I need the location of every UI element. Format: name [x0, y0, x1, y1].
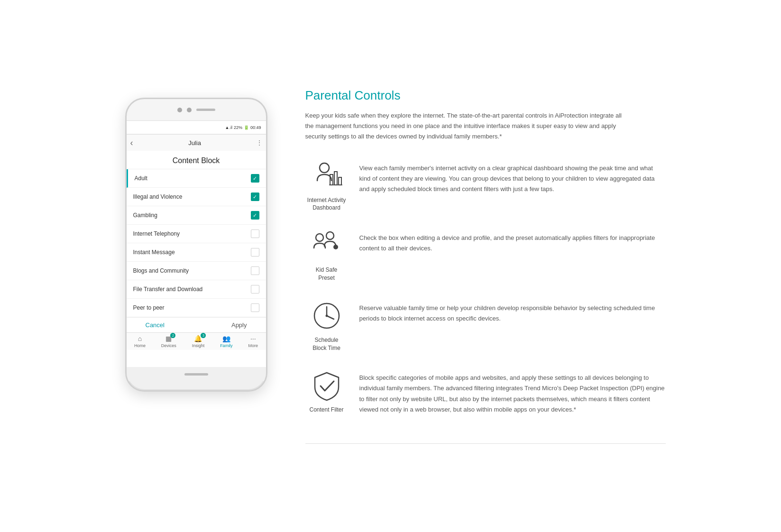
kid-safe-text: Check the box when editing a device and …: [359, 229, 666, 254]
features-list: Internet ActivityDashboard View each fam…: [305, 159, 666, 415]
section-description: Keep your kids safe when they explore th…: [305, 110, 628, 142]
checkbox-filetransfer[interactable]: [251, 285, 259, 294]
menu-item-telephony[interactable]: Internet Telephony: [127, 225, 266, 243]
feature-icon-wrap-schedule: ScheduleBlock Time: [305, 299, 348, 352]
cancel-button[interactable]: Cancel: [146, 321, 165, 329]
devices-icon-wrap: ▦ 2: [165, 335, 172, 342]
nav-more-label: More: [248, 343, 258, 348]
feature-item-internet-activity: Internet ActivityDashboard View each fam…: [305, 159, 666, 212]
menu-item-label: Adult: [135, 175, 147, 182]
insight-icon-wrap: 🔔 3: [194, 335, 202, 342]
menu-list: Adult Illegal and Violence Gambling Inte…: [127, 169, 266, 317]
content-filter-icon: [310, 369, 343, 402]
phone-status-bar: ▲.il 22% 🔋 00:49: [127, 121, 266, 134]
phone-wrapper: ▲.il 22% 🔋 00:49 ‹ Julia ⋮ Content Block: [116, 88, 277, 392]
home-icon: ⌂: [138, 335, 142, 342]
menu-item-label: Gambling: [133, 212, 157, 219]
nav-more[interactable]: ··· More: [248, 335, 258, 348]
menu-item-filetransfer[interactable]: File Transfer and Download: [127, 280, 266, 299]
phone-speaker: [196, 109, 215, 111]
wifi-icon: ▲.il: [225, 125, 232, 130]
phone-nav-bar: ‹ Julia ⋮: [127, 134, 266, 151]
kid-safe-icon: [310, 229, 343, 262]
phone-camera-2: [187, 108, 192, 112]
right-content: Parental Controls Keep your kids safe wh…: [305, 88, 666, 443]
svg-point-11: [325, 314, 328, 317]
section-title: Parental Controls: [305, 88, 666, 103]
nav-title: Julia: [136, 139, 254, 147]
checkbox-blogs[interactable]: [251, 266, 259, 275]
svg-rect-3: [339, 177, 341, 185]
menu-item-label: File Transfer and Download: [133, 286, 203, 293]
menu-item-label: Illegal and Violence: [133, 193, 183, 200]
menu-item-label: Peer to peer: [133, 304, 165, 311]
kid-safe-label: Kid SafePreset: [316, 266, 337, 282]
svg-rect-2: [334, 172, 337, 185]
status-icons: ▲.il 22% 🔋 00:49: [225, 125, 261, 130]
bottom-divider: [305, 443, 666, 444]
svg-point-0: [320, 163, 329, 173]
menu-item-instant[interactable]: Instant Message: [127, 243, 266, 262]
phone-mockup: ▲.il 22% 🔋 00:49 ‹ Julia ⋮ Content Block: [125, 98, 267, 392]
nav-family-label: Family: [220, 343, 233, 348]
svg-point-6: [326, 232, 334, 239]
internet-activity-text: View each family member's internet activ…: [359, 159, 666, 194]
menu-item-adult[interactable]: Adult: [127, 169, 266, 188]
feature-item-kid-safe: Kid SafePreset Check the box when editin…: [305, 229, 666, 282]
family-icon: 👥: [222, 335, 230, 342]
phone-camera: [177, 108, 182, 112]
phone-home-button[interactable]: [127, 367, 266, 381]
more-options[interactable]: ⋮: [257, 139, 262, 146]
menu-item-blogs[interactable]: Blogs and Community: [127, 262, 266, 280]
menu-item-illegal[interactable]: Illegal and Violence: [127, 188, 266, 206]
phone-top-bar: [127, 99, 266, 120]
checkbox-telephony[interactable]: [251, 229, 259, 238]
insight-badge: 3: [201, 333, 206, 338]
feature-icon-wrap-internet-activity: Internet ActivityDashboard: [305, 159, 348, 212]
feature-icon-wrap-kid-safe: Kid SafePreset: [305, 229, 348, 282]
menu-item-label: Internet Telephony: [133, 230, 180, 237]
nav-devices-label: Devices: [161, 343, 176, 348]
nav-insight[interactable]: 🔔 3 Insight: [192, 335, 205, 348]
feature-item-schedule: ScheduleBlock Time Reserve valuable fami…: [305, 299, 666, 352]
phone-action-bar: Cancel Apply: [127, 317, 266, 332]
page-container: ▲.il 22% 🔋 00:49 ‹ Julia ⋮ Content Block: [106, 60, 675, 472]
nav-home[interactable]: ⌂ Home: [134, 335, 146, 348]
menu-item-p2p[interactable]: Peer to peer: [127, 299, 266, 317]
content-block-title: Content Block: [127, 151, 266, 169]
battery-icon: 🔋: [244, 125, 249, 130]
phone-bottom-nav: ⌂ Home ▦ 2 Devices 🔔 3: [127, 332, 266, 350]
menu-item-label: Blogs and Community: [133, 267, 189, 274]
checkbox-instant[interactable]: [251, 248, 259, 257]
nav-devices[interactable]: ▦ 2 Devices: [161, 335, 176, 348]
devices-badge: 2: [170, 333, 175, 338]
menu-item-label: Instant Message: [133, 249, 175, 256]
schedule-text: Reserve valuable family time or help you…: [359, 299, 666, 324]
checkbox-p2p[interactable]: [251, 303, 259, 312]
svg-point-5: [316, 234, 323, 241]
content-filter-label: Content Filter: [309, 406, 343, 414]
phone-screen: ▲.il 22% 🔋 00:49 ‹ Julia ⋮ Content Block: [127, 120, 266, 367]
svg-point-7: [333, 245, 338, 249]
schedule-label: ScheduleBlock Time: [312, 336, 340, 352]
feature-icon-wrap-content-filter: Content Filter: [305, 369, 348, 414]
more-icon: ···: [250, 335, 256, 342]
checkbox-gambling[interactable]: [251, 211, 259, 220]
internet-activity-icon: [310, 159, 343, 193]
battery-status: 22%: [234, 125, 242, 130]
internet-activity-label: Internet ActivityDashboard: [307, 196, 346, 212]
nav-family[interactable]: 👥 Family: [220, 335, 233, 348]
schedule-icon: [310, 299, 343, 332]
apply-button[interactable]: Apply: [231, 321, 247, 329]
feature-item-content-filter: Content Filter Block specific categories…: [305, 369, 666, 414]
nav-home-label: Home: [134, 343, 146, 348]
checkbox-illegal[interactable]: [251, 193, 259, 201]
nav-insight-label: Insight: [192, 343, 205, 348]
back-button[interactable]: ‹: [130, 138, 133, 148]
checkbox-adult[interactable]: [251, 174, 259, 183]
time-display: 00:49: [250, 125, 261, 130]
menu-item-gambling[interactable]: Gambling: [127, 206, 266, 225]
home-pill: [184, 373, 208, 376]
content-filter-text: Block specific categories of mobile apps…: [359, 369, 666, 414]
